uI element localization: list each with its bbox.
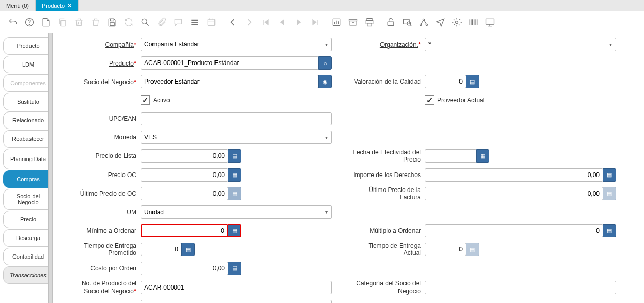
new-button[interactable] (38, 14, 54, 30)
ultimo-precio-factura-input[interactable] (425, 187, 603, 200)
tiempo-actual-calc-button[interactable]: ▤ (466, 243, 479, 256)
moneda-input[interactable] (141, 131, 322, 144)
product-info-button[interactable] (449, 14, 465, 30)
side-tab-precio[interactable]: Precio (3, 211, 53, 228)
side-tab-compras[interactable]: Compras (3, 170, 53, 188)
side-tab-socio-negocio[interactable]: Socio del Negocio (3, 189, 53, 210)
minimo-calc-button[interactable]: ▤ (228, 224, 241, 237)
producto-input[interactable] (141, 56, 319, 70)
compania-dropdown-button[interactable] (321, 38, 332, 51)
lock-button[interactable] (383, 14, 398, 30)
side-tab-componentes[interactable]: Componentes (3, 74, 53, 92)
um-dropdown-button[interactable] (321, 205, 332, 219)
precio-lista-calc-button[interactable]: ▤ (228, 149, 241, 163)
importe-calc-button[interactable]: ▤ (603, 168, 616, 182)
chat-button[interactable] (171, 14, 186, 30)
compania-input[interactable] (141, 38, 322, 51)
barcode-button[interactable] (466, 14, 481, 30)
side-tab-planning-data[interactable]: Planning Data (3, 149, 53, 169)
label-costo-orden: Costo por Orden (68, 265, 141, 272)
close-icon[interactable]: × (68, 2, 72, 9)
calculator-icon: ▤ (470, 246, 475, 253)
valoracion-calidad-input[interactable] (425, 75, 466, 88)
moneda-dropdown-button[interactable] (321, 131, 332, 144)
grid-toggle-button[interactable] (187, 14, 203, 30)
previous-record-button[interactable] (274, 14, 290, 30)
proveedor-actual-checkbox[interactable] (425, 95, 434, 105)
label-valoracion-calidad: Valoración de la Calidad (352, 78, 425, 85)
next-record-button[interactable] (291, 14, 306, 30)
first-record-button[interactable] (258, 14, 273, 30)
archive-button[interactable] (345, 14, 361, 30)
side-tab-contabilidad[interactable]: Contabilidad (3, 248, 53, 265)
parent-record-button[interactable] (225, 14, 240, 30)
costo-orden-input[interactable] (141, 262, 228, 275)
last-record-button[interactable] (308, 14, 323, 30)
tiempo-prom-calc-button[interactable]: ▤ (181, 243, 195, 256)
precio-lista-input[interactable] (141, 149, 228, 163)
tiempo-prometido-input[interactable] (141, 243, 182, 256)
refresh-button[interactable] (121, 14, 136, 30)
upc-ean-input[interactable] (141, 112, 332, 125)
svg-point-1 (29, 24, 29, 24)
side-tab-sustituto[interactable]: Sustituto (3, 93, 53, 110)
save-button[interactable] (104, 14, 120, 30)
svg-rect-3 (111, 19, 114, 21)
side-tab-ldm[interactable]: LDM (3, 56, 53, 73)
ultimo-factura-calc-button[interactable]: ▤ (603, 187, 616, 200)
copy-button[interactable] (55, 14, 70, 30)
ultimo-precio-oc-input[interactable] (141, 187, 228, 200)
no-producto-socio-input[interactable] (141, 281, 332, 294)
find-button[interactable] (137, 14, 153, 30)
multiplo-ordenar-input[interactable] (425, 224, 603, 237)
tiempo-actual-input[interactable] (425, 243, 466, 256)
socio-negocio-input[interactable] (141, 75, 319, 88)
undo-button[interactable] (5, 14, 21, 30)
workflow-button[interactable] (416, 14, 432, 30)
um-input[interactable] (141, 205, 322, 219)
history-button[interactable] (204, 14, 219, 30)
organizacion-dropdown-button[interactable] (606, 38, 616, 51)
socio-negocio-search-button[interactable]: ◉ (318, 75, 332, 88)
svg-rect-2 (61, 20, 66, 26)
categoria-socio-input[interactable] (425, 281, 616, 294)
fecha-efectividad-input[interactable] (425, 149, 477, 163)
valoracion-calc-button[interactable]: ▤ (466, 75, 479, 88)
side-tab-descarga[interactable]: Descarga (3, 229, 53, 247)
delete-selection-button[interactable] (88, 14, 103, 30)
organizacion-input[interactable] (425, 38, 606, 51)
side-tab-transacciones[interactable]: Transacciones (3, 266, 53, 284)
zoom-across-button[interactable] (400, 14, 415, 30)
label-organizacion: Organización.* (352, 41, 425, 49)
attachment-button[interactable] (154, 14, 170, 30)
side-tab-reabastecer[interactable]: Reabastecer (3, 130, 53, 148)
ultimo-precio-oc-calc-button[interactable]: ▤ (228, 187, 241, 200)
costo-calc-button[interactable]: ▤ (228, 262, 241, 275)
svg-point-18 (456, 21, 458, 23)
detail-record-button[interactable] (241, 14, 257, 30)
side-tab-producto[interactable]: Producto (3, 37, 53, 55)
precio-oc-input[interactable] (141, 168, 228, 182)
search-icon: ⌕ (324, 60, 327, 66)
activo-checkbox[interactable] (141, 95, 150, 105)
activo-label: Activo (153, 97, 170, 104)
svg-point-15 (420, 24, 422, 25)
help-button[interactable] (22, 14, 37, 30)
producto-search-button[interactable]: ⌕ (318, 56, 332, 70)
delete-button[interactable] (71, 14, 87, 30)
minimo-ordenar-input[interactable] (141, 224, 228, 237)
print-button[interactable] (362, 14, 377, 30)
request-button[interactable] (433, 14, 448, 30)
window-tab-producto[interactable]: Producto × (36, 0, 79, 11)
report-button[interactable] (329, 14, 344, 30)
multiplo-calc-button[interactable]: ▤ (603, 224, 616, 237)
presentation-button[interactable] (482, 14, 498, 30)
side-tab-relacionado[interactable]: Relacionado (3, 111, 53, 129)
precio-oc-calc-button[interactable]: ▤ (228, 168, 241, 182)
fecha-calendar-button[interactable]: ▦ (476, 149, 489, 163)
manufactura-input[interactable] (141, 300, 332, 303)
importe-derechos-input[interactable] (425, 168, 603, 182)
svg-point-5 (142, 19, 147, 24)
window-tab-menu[interactable]: Menú (0) (0, 0, 36, 11)
calculator-icon: ▤ (607, 190, 612, 197)
